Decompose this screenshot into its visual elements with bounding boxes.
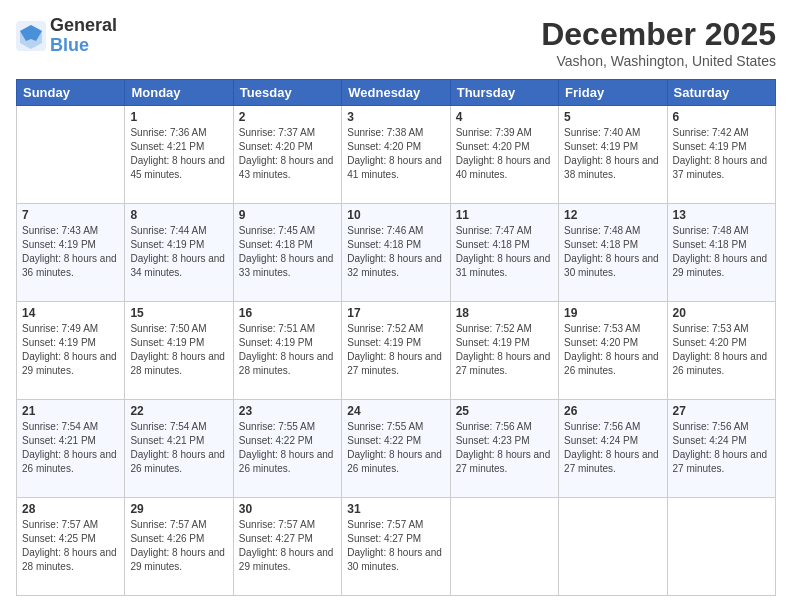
calendar-cell: 3Sunrise: 7:38 AMSunset: 4:20 PMDaylight…	[342, 106, 450, 204]
month-title: December 2025	[541, 16, 776, 53]
calendar-cell: 7Sunrise: 7:43 AMSunset: 4:19 PMDaylight…	[17, 204, 125, 302]
calendar-cell: 20Sunrise: 7:53 AMSunset: 4:20 PMDayligh…	[667, 302, 775, 400]
calendar-cell	[559, 498, 667, 596]
calendar-cell: 18Sunrise: 7:52 AMSunset: 4:19 PMDayligh…	[450, 302, 558, 400]
day-info: Sunrise: 7:37 AMSunset: 4:20 PMDaylight:…	[239, 126, 336, 182]
day-number: 7	[22, 208, 119, 222]
calendar-cell: 13Sunrise: 7:48 AMSunset: 4:18 PMDayligh…	[667, 204, 775, 302]
day-info: Sunrise: 7:55 AMSunset: 4:22 PMDaylight:…	[239, 420, 336, 476]
day-info: Sunrise: 7:48 AMSunset: 4:18 PMDaylight:…	[564, 224, 661, 280]
calendar-cell: 1Sunrise: 7:36 AMSunset: 4:21 PMDaylight…	[125, 106, 233, 204]
day-number: 14	[22, 306, 119, 320]
day-number: 18	[456, 306, 553, 320]
day-number: 11	[456, 208, 553, 222]
day-info: Sunrise: 7:38 AMSunset: 4:20 PMDaylight:…	[347, 126, 444, 182]
calendar-cell: 6Sunrise: 7:42 AMSunset: 4:19 PMDaylight…	[667, 106, 775, 204]
day-info: Sunrise: 7:45 AMSunset: 4:18 PMDaylight:…	[239, 224, 336, 280]
calendar-week-row: 7Sunrise: 7:43 AMSunset: 4:19 PMDaylight…	[17, 204, 776, 302]
logo-text: General Blue	[50, 16, 117, 56]
logo: General Blue	[16, 16, 117, 56]
day-info: Sunrise: 7:54 AMSunset: 4:21 PMDaylight:…	[22, 420, 119, 476]
page: General Blue December 2025 Vashon, Washi…	[0, 0, 792, 612]
weekday-header-saturday: Saturday	[667, 80, 775, 106]
day-info: Sunrise: 7:46 AMSunset: 4:18 PMDaylight:…	[347, 224, 444, 280]
day-info: Sunrise: 7:42 AMSunset: 4:19 PMDaylight:…	[673, 126, 770, 182]
calendar-cell: 25Sunrise: 7:56 AMSunset: 4:23 PMDayligh…	[450, 400, 558, 498]
day-number: 19	[564, 306, 661, 320]
calendar-cell: 8Sunrise: 7:44 AMSunset: 4:19 PMDaylight…	[125, 204, 233, 302]
day-number: 25	[456, 404, 553, 418]
calendar-week-row: 1Sunrise: 7:36 AMSunset: 4:21 PMDaylight…	[17, 106, 776, 204]
day-info: Sunrise: 7:57 AMSunset: 4:25 PMDaylight:…	[22, 518, 119, 574]
day-number: 17	[347, 306, 444, 320]
day-info: Sunrise: 7:57 AMSunset: 4:27 PMDaylight:…	[347, 518, 444, 574]
day-info: Sunrise: 7:48 AMSunset: 4:18 PMDaylight:…	[673, 224, 770, 280]
calendar-cell: 24Sunrise: 7:55 AMSunset: 4:22 PMDayligh…	[342, 400, 450, 498]
day-number: 31	[347, 502, 444, 516]
day-number: 12	[564, 208, 661, 222]
day-number: 24	[347, 404, 444, 418]
day-info: Sunrise: 7:36 AMSunset: 4:21 PMDaylight:…	[130, 126, 227, 182]
calendar-cell: 17Sunrise: 7:52 AMSunset: 4:19 PMDayligh…	[342, 302, 450, 400]
calendar-cell: 22Sunrise: 7:54 AMSunset: 4:21 PMDayligh…	[125, 400, 233, 498]
day-number: 27	[673, 404, 770, 418]
day-number: 8	[130, 208, 227, 222]
weekday-header-sunday: Sunday	[17, 80, 125, 106]
day-number: 21	[22, 404, 119, 418]
day-info: Sunrise: 7:53 AMSunset: 4:20 PMDaylight:…	[564, 322, 661, 378]
day-info: Sunrise: 7:56 AMSunset: 4:24 PMDaylight:…	[673, 420, 770, 476]
day-info: Sunrise: 7:57 AMSunset: 4:26 PMDaylight:…	[130, 518, 227, 574]
day-number: 29	[130, 502, 227, 516]
day-info: Sunrise: 7:52 AMSunset: 4:19 PMDaylight:…	[456, 322, 553, 378]
calendar-cell: 31Sunrise: 7:57 AMSunset: 4:27 PMDayligh…	[342, 498, 450, 596]
day-number: 2	[239, 110, 336, 124]
title-block: December 2025 Vashon, Washington, United…	[541, 16, 776, 69]
day-info: Sunrise: 7:49 AMSunset: 4:19 PMDaylight:…	[22, 322, 119, 378]
day-number: 15	[130, 306, 227, 320]
day-info: Sunrise: 7:44 AMSunset: 4:19 PMDaylight:…	[130, 224, 227, 280]
day-info: Sunrise: 7:55 AMSunset: 4:22 PMDaylight:…	[347, 420, 444, 476]
calendar-cell: 26Sunrise: 7:56 AMSunset: 4:24 PMDayligh…	[559, 400, 667, 498]
weekday-header-tuesday: Tuesday	[233, 80, 341, 106]
logo-icon	[16, 21, 46, 51]
day-info: Sunrise: 7:57 AMSunset: 4:27 PMDaylight:…	[239, 518, 336, 574]
day-number: 30	[239, 502, 336, 516]
calendar-cell: 23Sunrise: 7:55 AMSunset: 4:22 PMDayligh…	[233, 400, 341, 498]
day-info: Sunrise: 7:53 AMSunset: 4:20 PMDaylight:…	[673, 322, 770, 378]
day-info: Sunrise: 7:47 AMSunset: 4:18 PMDaylight:…	[456, 224, 553, 280]
day-info: Sunrise: 7:56 AMSunset: 4:24 PMDaylight:…	[564, 420, 661, 476]
weekday-header-monday: Monday	[125, 80, 233, 106]
calendar-cell: 28Sunrise: 7:57 AMSunset: 4:25 PMDayligh…	[17, 498, 125, 596]
day-number: 6	[673, 110, 770, 124]
calendar-week-row: 14Sunrise: 7:49 AMSunset: 4:19 PMDayligh…	[17, 302, 776, 400]
logo-general-text: General	[50, 16, 117, 36]
day-number: 26	[564, 404, 661, 418]
day-number: 16	[239, 306, 336, 320]
day-info: Sunrise: 7:39 AMSunset: 4:20 PMDaylight:…	[456, 126, 553, 182]
day-info: Sunrise: 7:56 AMSunset: 4:23 PMDaylight:…	[456, 420, 553, 476]
day-number: 13	[673, 208, 770, 222]
weekday-header-thursday: Thursday	[450, 80, 558, 106]
calendar-cell: 10Sunrise: 7:46 AMSunset: 4:18 PMDayligh…	[342, 204, 450, 302]
calendar-cell: 16Sunrise: 7:51 AMSunset: 4:19 PMDayligh…	[233, 302, 341, 400]
day-info: Sunrise: 7:51 AMSunset: 4:19 PMDaylight:…	[239, 322, 336, 378]
calendar-cell: 4Sunrise: 7:39 AMSunset: 4:20 PMDaylight…	[450, 106, 558, 204]
day-info: Sunrise: 7:54 AMSunset: 4:21 PMDaylight:…	[130, 420, 227, 476]
calendar-cell: 11Sunrise: 7:47 AMSunset: 4:18 PMDayligh…	[450, 204, 558, 302]
calendar-cell: 14Sunrise: 7:49 AMSunset: 4:19 PMDayligh…	[17, 302, 125, 400]
day-info: Sunrise: 7:50 AMSunset: 4:19 PMDaylight:…	[130, 322, 227, 378]
calendar-cell: 15Sunrise: 7:50 AMSunset: 4:19 PMDayligh…	[125, 302, 233, 400]
day-number: 10	[347, 208, 444, 222]
day-number: 28	[22, 502, 119, 516]
calendar-week-row: 28Sunrise: 7:57 AMSunset: 4:25 PMDayligh…	[17, 498, 776, 596]
day-number: 23	[239, 404, 336, 418]
calendar-cell: 29Sunrise: 7:57 AMSunset: 4:26 PMDayligh…	[125, 498, 233, 596]
day-number: 9	[239, 208, 336, 222]
header: General Blue December 2025 Vashon, Washi…	[16, 16, 776, 69]
day-info: Sunrise: 7:43 AMSunset: 4:19 PMDaylight:…	[22, 224, 119, 280]
calendar-cell: 21Sunrise: 7:54 AMSunset: 4:21 PMDayligh…	[17, 400, 125, 498]
day-number: 22	[130, 404, 227, 418]
day-number: 1	[130, 110, 227, 124]
day-info: Sunrise: 7:52 AMSunset: 4:19 PMDaylight:…	[347, 322, 444, 378]
weekday-header-wednesday: Wednesday	[342, 80, 450, 106]
